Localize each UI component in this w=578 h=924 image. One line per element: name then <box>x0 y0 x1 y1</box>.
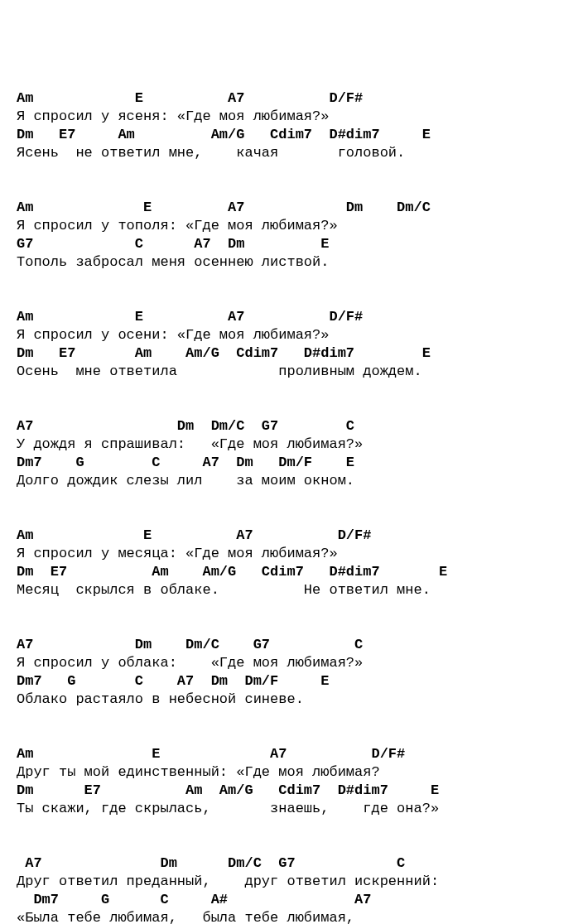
blank-line <box>17 272 578 290</box>
lyric-line: Я спросил у тополя: «Где моя любимая?» <box>17 217 578 235</box>
blank-line <box>17 180 578 199</box>
lyric-line: Друг ответил преданный, друг ответил иск… <box>17 873 578 891</box>
blank-line <box>17 836 578 854</box>
blank-line <box>17 508 578 527</box>
lyric-line: У дождя я спрашивал: «Где моя любимая?» <box>17 436 578 454</box>
blank-line <box>17 818 578 836</box>
chord-line: A7 Dm Dm/C G7 C <box>17 417 578 436</box>
chord-line: Dm7 G C A# A7 <box>17 891 578 909</box>
chord-line: Dm7 G C A7 Dm Dm/F E <box>17 672 578 691</box>
song-sheet: Am E A7 D/F#Я спросил у ясеня: «Где моя … <box>17 89 578 924</box>
chord-line: Am E A7 D/F# <box>17 745 578 763</box>
chord-line: Am E A7 D/F# <box>17 527 578 545</box>
lyric-line: Осень мне ответила проливным дождем. <box>17 363 578 381</box>
chord-line: G7 C A7 Dm E <box>17 235 578 253</box>
lyric-line: Ясень не ответил мне, качая головой. <box>17 144 578 162</box>
chord-line: Am E A7 Dm Dm/C <box>17 199 578 217</box>
blank-line <box>17 290 578 308</box>
lyric-line: Друг ты мой единственный: «Где моя любим… <box>17 763 578 782</box>
lyric-line: Тополь забросал меня осеннею листвой. <box>17 253 578 272</box>
lyric-line: Ты скажи, где скрылась, знаешь, где она?… <box>17 800 578 818</box>
blank-line <box>17 490 578 508</box>
chord-line: Dm E7 Am Am/G Cdim7 D#dim7 E <box>17 563 578 581</box>
chord-line: Am E A7 D/F# <box>17 308 578 326</box>
chord-line: Dm E7 Am Am/G Cdim7 D#dim7 E <box>17 126 578 144</box>
lyric-line: Я спросил у месяца: «Где моя любимая?» <box>17 545 578 563</box>
lyric-line: Я спросил у ясеня: «Где моя любимая?» <box>17 108 578 126</box>
lyric-line: Долго дождик слезы лил за моим окном. <box>17 472 578 490</box>
chord-line: Dm E7 Am Am/G Cdim7 D#dim7 E <box>17 344 578 363</box>
lyric-line: «Была тебе любимая, была тебе любимая, <box>17 909 578 924</box>
blank-line <box>17 399 578 417</box>
chord-line: Dm E7 Am Am/G Cdim7 D#dim7 E <box>17 782 578 800</box>
chord-line: Am E A7 D/F# <box>17 89 578 108</box>
chord-line: Dm7 G C A7 Dm Dm/F E <box>17 454 578 472</box>
blank-line <box>17 727 578 745</box>
lyric-line: Я спросил у облака: «Где моя любимая?» <box>17 654 578 672</box>
chord-line: A7 Dm Dm/C G7 C <box>17 854 578 873</box>
lyric-line: Я спросил у осени: «Где моя любимая?» <box>17 326 578 344</box>
blank-line <box>17 709 578 727</box>
chord-line: A7 Dm Dm/C G7 C <box>17 636 578 654</box>
blank-line <box>17 618 578 636</box>
blank-line <box>17 162 578 180</box>
blank-line <box>17 381 578 399</box>
blank-line <box>17 599 578 618</box>
lyric-line: Месяц скрылся в облаке. Не ответил мне. <box>17 581 578 599</box>
lyric-line: Облако растаяло в небесной синеве. <box>17 691 578 709</box>
